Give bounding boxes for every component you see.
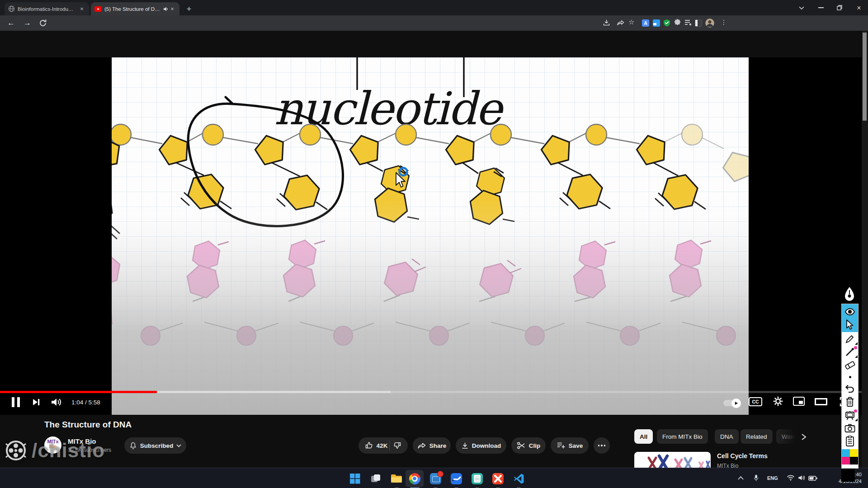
translate-extension-icon[interactable]: A	[642, 19, 649, 27]
swatch-yellow[interactable]	[850, 449, 858, 457]
dislike-button[interactable]	[390, 441, 402, 451]
chip-all[interactable]: All	[634, 429, 653, 444]
swatch-black[interactable]	[850, 457, 858, 465]
share-button[interactable]: Share	[413, 437, 451, 454]
next-button[interactable]	[32, 398, 41, 407]
bookmark-star-icon[interactable]: ☆	[628, 18, 634, 26]
restore-button[interactable]	[837, 5, 842, 10]
pen-line-icon	[845, 347, 855, 357]
chip-dna[interactable]: DNA	[715, 429, 739, 444]
notes-icon	[472, 473, 483, 484]
tray-volume-icon[interactable]	[798, 474, 806, 481]
tab-youtube-active[interactable]: (5) The Structure of DNA - Yo ×	[91, 2, 179, 15]
shield-extension-icon[interactable]	[663, 19, 670, 27]
playlist-extension-icon[interactable]	[684, 19, 692, 26]
show-hide-eye-tool[interactable]	[842, 305, 858, 318]
download-icon	[461, 442, 469, 450]
screen: Bioinformatics-Introduction-and- × (5) T…	[0, 0, 868, 488]
tab-audio-icon[interactable]	[163, 6, 169, 12]
more-actions-button[interactable]	[594, 437, 610, 454]
tab-title: (5) The Structure of DNA - Yo	[104, 6, 160, 12]
autoplay-knob	[731, 399, 741, 408]
window-close-button[interactable]: ×	[854, 4, 863, 13]
progress-bar[interactable]	[0, 391, 868, 393]
blue-extension-icon[interactable]	[653, 19, 660, 27]
download-page-icon[interactable]	[603, 19, 610, 27]
hidden-icons-chevron[interactable]	[737, 476, 744, 480]
vscode-icon	[513, 473, 524, 484]
theater-mode-button[interactable]	[815, 398, 827, 405]
globe-icon	[8, 5, 15, 12]
page-scrollbar[interactable]	[862, 31, 868, 468]
clear-trash-tool[interactable]	[842, 395, 858, 408]
chip-bar: All From MITx Bio DNA Related Watched	[634, 429, 796, 444]
battery-icon[interactable]	[808, 476, 818, 481]
chip-from-channel[interactable]: From MITx Bio	[657, 429, 708, 444]
settings-gear-icon[interactable]	[772, 395, 784, 407]
extensions-puzzle-icon[interactable]	[674, 19, 681, 27]
windows-icon	[349, 473, 360, 484]
tab-close-icon[interactable]: ×	[169, 5, 176, 13]
whiteboard-tool[interactable]	[842, 408, 858, 422]
dark-extension-icon[interactable]	[695, 19, 702, 27]
share-page-icon[interactable]	[617, 19, 625, 27]
xmind-icon	[492, 473, 504, 484]
chip-related[interactable]: Related	[741, 429, 773, 444]
back-button[interactable]: ←	[7, 19, 15, 27]
new-tab-button[interactable]: +	[184, 4, 194, 14]
pen-line-tool[interactable]	[842, 345, 858, 358]
miniplayer-button[interactable]	[793, 397, 805, 406]
captions-button[interactable]: CC	[749, 397, 762, 406]
reload-button[interactable]	[39, 19, 47, 27]
forward-button[interactable]: →	[24, 19, 31, 27]
tab-search-chevron-icon[interactable]	[798, 6, 805, 10]
start-button[interactable]	[346, 470, 364, 487]
screen-recorder-button[interactable]	[426, 470, 444, 487]
autoplay-toggle[interactable]	[723, 400, 740, 406]
xmind-button[interactable]	[489, 470, 507, 487]
pause-button[interactable]	[12, 397, 20, 407]
whiteboard-button[interactable]	[447, 470, 465, 487]
clip-button[interactable]: Clip	[511, 437, 546, 454]
youtube-header: YouTube NL 5	[0, 31, 868, 57]
eraser-tool[interactable]	[842, 358, 858, 371]
trash-icon	[845, 397, 854, 407]
undo-icon	[845, 385, 855, 393]
volume-button[interactable]	[51, 397, 62, 407]
video-title: The Structure of DNA	[44, 420, 132, 430]
chrome-button-active[interactable]	[406, 470, 424, 487]
subscribed-button[interactable]: Subscribed	[124, 437, 186, 454]
swatch-cyan[interactable]	[842, 449, 850, 457]
vscode-button[interactable]	[509, 470, 528, 487]
screenshot-tool[interactable]	[842, 422, 858, 435]
youtube-favicon	[94, 6, 102, 12]
like-button[interactable]: 42K	[364, 441, 390, 450]
swatch-magenta[interactable]	[842, 457, 850, 465]
brush-size-indicator	[842, 371, 858, 382]
clipboard-tool[interactable]	[842, 435, 858, 448]
task-view-button[interactable]	[367, 470, 385, 487]
tray-mic-icon[interactable]	[753, 474, 759, 483]
scrollbar-thumb[interactable]	[863, 33, 867, 121]
tab-bioinformatics[interactable]: Bioinformatics-Introduction-and- ×	[5, 2, 89, 15]
screen-watermark: /chistio	[4, 438, 105, 463]
browser-menu-icon[interactable]: ⋮	[721, 19, 727, 26]
notes-app-button[interactable]	[468, 470, 486, 487]
related-video-title[interactable]: Cell Cycle Terms	[717, 452, 862, 460]
minimize-button[interactable]	[818, 7, 824, 8]
tab-close-icon[interactable]: ×	[78, 5, 85, 13]
video-surface[interactable]: nucleotide	[112, 57, 749, 415]
wifi-icon[interactable]	[787, 475, 795, 481]
pencil-icon	[845, 334, 855, 344]
language-indicator[interactable]: ENG	[767, 475, 778, 481]
pencil-tool[interactable]	[842, 332, 858, 345]
download-button[interactable]: Download	[456, 437, 506, 454]
pen-nib-handle-icon[interactable]	[844, 286, 855, 302]
cursor-tool[interactable]	[842, 318, 858, 331]
chips-forward-arrow[interactable]	[801, 433, 807, 441]
undo-tool[interactable]	[842, 382, 858, 395]
clipboard-icon	[845, 436, 854, 447]
save-button[interactable]: Save	[551, 437, 589, 454]
file-explorer-button[interactable]	[387, 470, 406, 487]
browser-profile-avatar[interactable]	[705, 19, 714, 28]
